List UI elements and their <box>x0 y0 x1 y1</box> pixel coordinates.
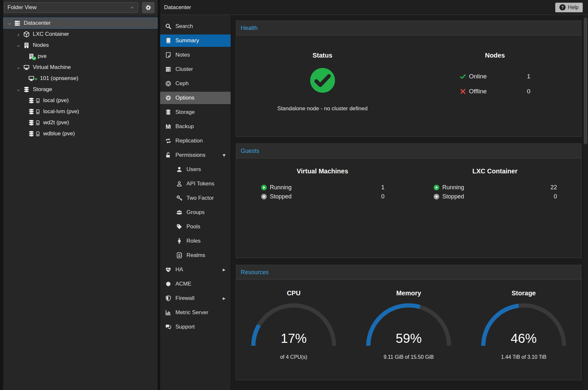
nodes-offline-row: Offline 0 <box>460 88 530 95</box>
nav-item-api-tokens[interactable]: API Tokens <box>160 178 231 190</box>
left-edge <box>0 0 3 390</box>
nav-item-notes[interactable]: Notes <box>160 49 231 61</box>
nav-item-replication[interactable]: Replication <box>160 135 231 147</box>
question-icon: ? <box>559 4 566 10</box>
address-book-icon <box>176 252 183 259</box>
vertical-scrollbar[interactable] <box>583 15 588 390</box>
nav-item-options[interactable]: Options <box>160 92 231 104</box>
resource-tree-panel: Folder View Datacenter LXC Container N <box>3 0 158 390</box>
heartbeat-icon <box>165 266 172 273</box>
status-title: Status <box>313 52 332 59</box>
caret-right-icon: ▶ <box>223 268 225 272</box>
nav-item-metric-server[interactable]: Metric Server <box>160 306 231 319</box>
nav-item-users[interactable]: Users <box>160 163 231 176</box>
nav-item-permissions[interactable]: Permissions▼ <box>160 149 231 161</box>
health-panel: Health Status Standalone node - no clust… <box>236 20 582 137</box>
guests-panel-title: Guests <box>236 144 581 158</box>
tree-item-vm-101[interactable]: 101 (opnsense) <box>3 73 158 84</box>
building-icon <box>23 42 30 49</box>
servers-icon <box>165 66 172 73</box>
memory-gauge-column: Memory 59% 9.11 GiB of 15.50 GiB <box>351 280 466 380</box>
nodes-column: Nodes Online 1 Offline 0 <box>409 35 581 136</box>
nav-item-pools[interactable]: Pools <box>160 221 231 233</box>
nav-item-realms[interactable]: Realms <box>160 249 231 262</box>
nav-item-firewall[interactable]: Firewall▶ <box>160 292 231 304</box>
nav-item-storage[interactable]: Storage <box>160 106 231 118</box>
nav-item-acme[interactable]: ACME <box>160 278 231 290</box>
tree-item-storage-wdblue[interactable]: wdblue (pve) <box>3 128 158 139</box>
tree-item-lxc-container[interactable]: LXC Container <box>3 29 158 40</box>
bar-chart-icon <box>165 309 172 316</box>
tree-item-storage-local-lvm[interactable]: local-lvm (pve) <box>3 106 158 117</box>
check-circle-icon <box>309 67 336 94</box>
cpu-caption: of 4 CPU(s) <box>280 354 307 360</box>
tree-item-datacenter[interactable]: Datacenter <box>3 18 158 29</box>
scrollbar-thumb[interactable] <box>584 18 587 144</box>
memory-percent: 59% <box>364 331 454 346</box>
lxc-stopped-count: 0 <box>554 193 557 200</box>
nav-item-ceph[interactable]: Ceph <box>160 77 231 90</box>
summary-content: Health Status Standalone node - no clust… <box>231 15 583 390</box>
cube-icon <box>23 31 30 38</box>
nav-item-summary[interactable]: Summary <box>160 34 231 47</box>
play-circle-icon <box>261 184 267 191</box>
tree-item-storage-wd2t[interactable]: wd2t (pve) <box>3 117 158 128</box>
cpu-gauge: 17% <box>249 301 339 348</box>
tree-item-pve[interactable]: pve <box>3 51 158 62</box>
tree-item-label: 101 (opnsense) <box>40 75 78 82</box>
cross-icon <box>460 88 466 95</box>
nav-item-groups[interactable]: Groups <box>160 206 231 219</box>
user-icon <box>176 166 183 173</box>
caret-down-icon: ▼ <box>223 153 225 157</box>
chevron-down-icon[interactable] <box>16 43 21 47</box>
storage-gauge: 46% <box>479 301 569 348</box>
play-circle-icon <box>433 184 440 191</box>
cpu-percent: 17% <box>249 331 339 346</box>
servers-icon <box>14 20 21 27</box>
memory-gauge: 59% <box>364 301 454 348</box>
unlock-icon <box>165 152 172 158</box>
monitor-play-icon <box>28 75 35 82</box>
tree-item-nodes[interactable]: Nodes <box>3 40 158 51</box>
tree-item-label: Virtual Machine <box>33 64 71 71</box>
panel-divider[interactable] <box>158 0 160 390</box>
tree-item-storage-local[interactable]: local (pve) <box>3 95 158 106</box>
tree-item-storage[interactable]: Storage <box>3 84 158 95</box>
help-button[interactable]: ? Help <box>555 3 583 12</box>
tree-item-label: Storage <box>33 86 52 93</box>
note-icon <box>165 52 172 58</box>
storage-gauge-column: Storage 46% 1.44 TiB of 3.10 TiB <box>466 280 581 380</box>
nav-item-two-factor[interactable]: Two Factor <box>160 192 231 204</box>
nav-item-ha[interactable]: HA▶ <box>160 263 231 276</box>
chevron-down-icon[interactable] <box>7 21 12 25</box>
drive-icon <box>35 98 40 103</box>
floppy-icon <box>165 123 172 130</box>
nav-item-backup[interactable]: Backup <box>160 120 231 133</box>
check-icon <box>460 73 466 80</box>
chevron-down-icon[interactable] <box>16 65 21 70</box>
starburst-icon <box>165 281 172 287</box>
resource-tree: Datacenter LXC Container Nodes pve Virtu… <box>3 15 158 139</box>
chevron-down-icon[interactable] <box>16 87 21 92</box>
nav-item-cluster[interactable]: Cluster <box>160 63 231 75</box>
nav-item-support[interactable]: Support <box>160 321 231 333</box>
nav-item-roles[interactable]: Roles <box>160 235 231 247</box>
tree-item-virtual-machine[interactable]: Virtual Machine <box>3 62 158 73</box>
caret-right-icon: ▶ <box>223 296 225 301</box>
tag-icon <box>176 223 183 230</box>
tree-toolbar: Folder View <box>3 0 158 15</box>
chevron-right-icon[interactable] <box>16 32 21 36</box>
tree-item-label: local (pve) <box>43 97 69 104</box>
guests-panel: Guests Virtual Machines Running 1 <box>236 143 582 258</box>
nav-item-search[interactable]: Search <box>160 20 231 33</box>
tree-item-label: local-lvm (pve) <box>43 108 79 115</box>
drive-icon <box>35 131 40 136</box>
gear-icon <box>165 95 172 101</box>
building-check-icon <box>28 53 35 60</box>
storage-title: Storage <box>512 289 536 297</box>
view-mode-value: Folder View <box>7 4 36 11</box>
view-mode-select[interactable]: Folder View <box>4 2 138 13</box>
vm-running-row: Running 1 <box>261 184 385 191</box>
tree-settings-button[interactable] <box>142 2 154 13</box>
storage-caption: 1.44 TiB of 3.10 TiB <box>501 354 546 360</box>
